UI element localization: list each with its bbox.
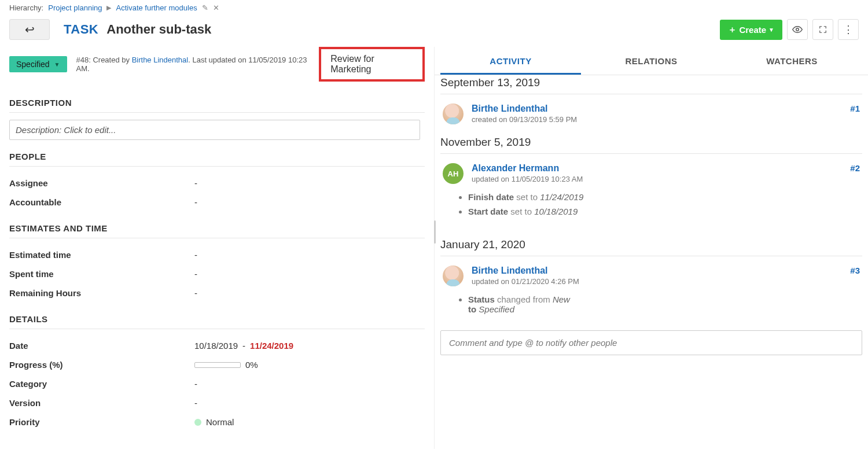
divider <box>9 238 425 238</box>
section-people-title: PEOPLE <box>9 152 425 161</box>
field-label: Estimated time <box>9 250 194 260</box>
more-button[interactable]: ⋮ <box>838 19 859 40</box>
field-value: Normal <box>194 417 234 427</box>
change-field: Start date <box>468 207 508 216</box>
field-priority[interactable]: Priority Normal <box>9 412 425 432</box>
create-button-label: Create <box>739 25 766 35</box>
date-start: 10/18/2019 <box>194 341 238 351</box>
field-label: Priority <box>9 417 194 427</box>
change-verb: changed from <box>497 294 550 304</box>
field-value: 10/18/2019 - 11/24/2019 <box>194 341 293 351</box>
comment-input[interactable]: Comment and type @ to notify other peopl… <box>440 330 862 355</box>
change-field: Finish date <box>468 192 514 202</box>
field-value: - <box>194 288 197 298</box>
tab-watchers[interactable]: WATCHERS <box>722 47 862 75</box>
change-verb: set to <box>510 207 532 216</box>
caret-down-icon: ▼ <box>768 27 774 33</box>
divider <box>9 329 425 329</box>
change-value: 11/24/2019 <box>540 192 583 202</box>
status-value: Specified <box>16 60 50 69</box>
activity-date-header: January 21, 2020 <box>440 233 862 256</box>
tab-activity[interactable]: ACTIVITY <box>440 47 581 75</box>
entry-number-link[interactable]: #2 <box>850 163 860 173</box>
change-value: New <box>553 294 570 304</box>
entry-number-link[interactable]: #1 <box>850 104 860 113</box>
watch-button[interactable] <box>787 19 808 40</box>
change-value: 10/18/2019 <box>534 207 578 216</box>
field-assignee[interactable]: Assignee - <box>9 174 425 193</box>
entry-author-link[interactable]: Birthe Lindenthal <box>472 266 548 275</box>
review-highlight: Review for Marketing <box>319 47 425 82</box>
priority-dot-icon <box>194 419 201 426</box>
status-dropdown[interactable]: Specified ▼ <box>9 56 67 72</box>
entry-author-link[interactable]: Birthe Lindenthal <box>472 104 548 113</box>
fullscreen-button[interactable] <box>812 19 833 40</box>
description-input[interactable]: Description: Click to edit... <box>9 120 420 140</box>
close-icon[interactable]: ✕ <box>213 3 219 12</box>
author-link[interactable]: Birthe Lindenthal <box>132 56 189 64</box>
priority-value: Normal <box>206 417 234 427</box>
field-progress[interactable]: Progress (%) 0% <box>9 355 425 374</box>
meta-prefix: #48: Created by <box>76 56 132 64</box>
entry-author-link[interactable]: Alexander Hermann <box>472 163 559 173</box>
field-estimated-time[interactable]: Estimated time - <box>9 245 425 264</box>
eye-icon <box>792 24 803 35</box>
change-item: Status changed from New to Specified <box>468 292 862 316</box>
work-package-type[interactable]: TASK <box>64 22 98 37</box>
section-details-title: DETAILS <box>9 314 425 324</box>
splitter-handle[interactable] <box>434 220 436 244</box>
svg-point-0 <box>796 28 799 31</box>
section-description-title: DESCRIPTION <box>9 98 425 108</box>
progress-bar <box>194 362 241 368</box>
progress-value: 0% <box>245 360 258 370</box>
activity-entry: Birthe Lindenthal created on 09/13/2019 … <box>440 104 862 124</box>
field-label: Assignee <box>9 178 194 188</box>
meta-text: #48: Created by Birthe Lindenthal. Last … <box>76 56 310 73</box>
date-sep: - <box>242 341 245 351</box>
avatar[interactable]: AH <box>443 163 464 184</box>
field-label: Date <box>9 341 194 351</box>
field-label: Category <box>9 379 194 389</box>
change-item: Start date set to 10/18/2019 <box>468 204 862 219</box>
tab-relations[interactable]: RELATIONS <box>581 47 722 75</box>
review-label: Review for Marketing <box>330 54 374 74</box>
change-item: Finish date set to 11/24/2019 <box>468 190 862 204</box>
avatar[interactable] <box>443 266 464 286</box>
change-list: Status changed from New to Specified <box>468 292 862 316</box>
breadcrumb-link-1[interactable]: Activate further modules <box>116 3 197 12</box>
chevron-right-icon: ▶ <box>106 4 111 12</box>
field-value: - <box>194 178 197 188</box>
activity-entry: Birthe Lindenthal updated on 01/21/2020 … <box>440 266 862 286</box>
field-label: Version <box>9 398 194 408</box>
divider <box>9 166 425 167</box>
section-estimates-title: ESTIMATES AND TIME <box>9 223 425 233</box>
breadcrumb-label: Hierarchy: <box>9 3 43 12</box>
entry-number-link[interactable]: #3 <box>850 266 860 275</box>
field-category[interactable]: Category - <box>9 374 425 393</box>
entry-meta: updated on 01/21/2020 4:26 PM <box>472 277 579 286</box>
field-label: Remaining Hours <box>9 288 194 298</box>
field-accountable[interactable]: Accountable - <box>9 193 425 212</box>
field-version[interactable]: Version - <box>9 393 425 412</box>
right-pane: ACTIVITY RELATIONS WATCHERS September 13… <box>434 47 868 449</box>
field-label: Accountable <box>9 197 194 207</box>
plus-icon: ＋ <box>728 24 737 35</box>
field-value: - <box>194 250 197 260</box>
left-pane: Specified ▼ #48: Created by Birthe Linde… <box>0 47 434 449</box>
change-field: Status <box>468 294 495 304</box>
field-label: Progress (%) <box>9 360 194 370</box>
field-remaining-hours[interactable]: Remaining Hours - <box>9 283 425 303</box>
caret-down-icon: ▼ <box>54 61 60 68</box>
divider <box>9 112 425 113</box>
avatar[interactable] <box>443 104 464 124</box>
edit-icon[interactable]: ✎ <box>202 3 208 12</box>
field-spent-time[interactable]: Spent time - <box>9 264 425 283</box>
work-package-title[interactable]: Another sub-task <box>106 22 211 37</box>
change-value2: Specified <box>479 304 514 314</box>
back-button[interactable]: ↩ <box>9 19 50 40</box>
breadcrumb-link-0[interactable]: Project planning <box>48 3 102 12</box>
activity-date-header: November 5, 2019 <box>440 130 862 154</box>
field-date[interactable]: Date 10/18/2019 - 11/24/2019 <box>9 336 425 355</box>
create-button[interactable]: ＋ Create ▼ <box>720 20 782 40</box>
change-list: Finish date set to 11/24/2019 Start date… <box>468 190 862 219</box>
